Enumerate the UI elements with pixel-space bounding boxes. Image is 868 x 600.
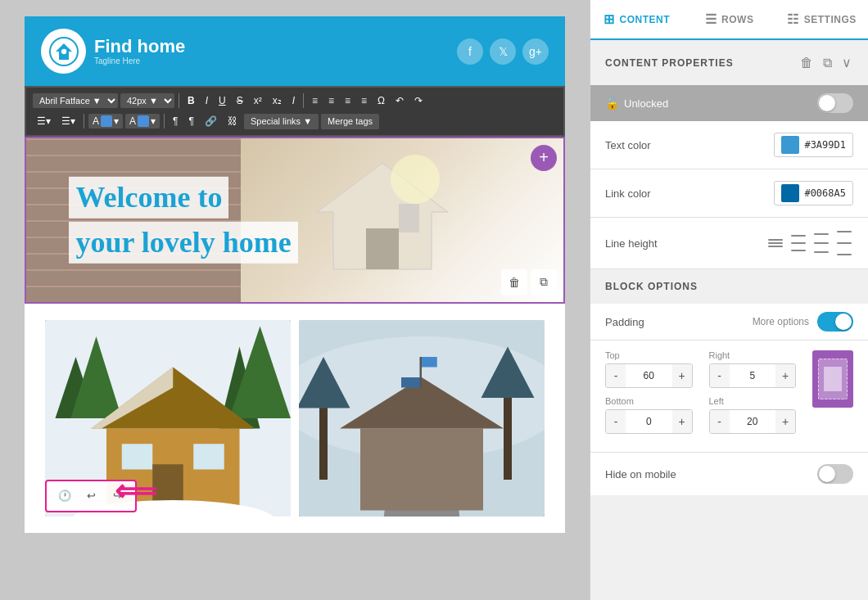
bottom-stepper: - 0 + — [605, 409, 693, 434]
align-center-btn[interactable]: ≡ — [324, 92, 338, 110]
lock-icon: 🔓 — [605, 97, 619, 110]
rows-tab-icon: ☰ — [705, 11, 717, 27]
hero-line1[interactable]: Welcome to — [69, 176, 228, 218]
unlocked-row: 🔓 Unlocked — [590, 85, 868, 121]
italic-btn[interactable]: I — [201, 92, 212, 110]
text-color-swatch — [101, 115, 112, 127]
panel-tabs: ⊞ CONTENT ☰ ROWS ☷ SETTINGS — [590, 0, 868, 40]
hero-delete-btn[interactable]: 🗑 — [501, 269, 527, 295]
hide-mobile-toggle[interactable] — [817, 464, 853, 484]
more-options-label: More options — [753, 316, 809, 327]
tagline: Tagline Here — [94, 56, 185, 65]
history-btn[interactable]: 🕐 — [55, 486, 75, 506]
paragraph-btn[interactable]: ¶ — [169, 113, 182, 130]
link-color-picker[interactable]: #0068A5 — [774, 181, 853, 205]
lh-loose-icon[interactable] — [835, 229, 853, 257]
lh-normal-icon[interactable] — [789, 233, 807, 253]
highlight-btn[interactable]: A ▾ — [125, 114, 160, 129]
tab-settings[interactable]: ☷ SETTINGS — [775, 0, 868, 38]
facebook-icon[interactable]: f — [457, 38, 483, 65]
right-increase-btn[interactable]: + — [775, 364, 795, 387]
superscript-btn[interactable]: x² — [250, 92, 266, 110]
svg-point-1 — [61, 48, 67, 55]
subscript-btn[interactable]: x₂ — [269, 92, 286, 110]
strikethrough-btn[interactable]: S — [233, 92, 247, 110]
left-decrease-btn[interactable]: - — [710, 410, 730, 433]
unlocked-label: 🔓 Unlocked — [605, 97, 668, 110]
pilcrow-btn[interactable]: ¶ — [184, 113, 197, 130]
top-stepper: - 60 + — [605, 363, 693, 388]
right-panel: ⊞ CONTENT ☰ ROWS ☷ SETTINGS CONTENT PROP… — [590, 0, 868, 600]
text-color-btn[interactable]: A ▾ — [88, 114, 123, 129]
twitter-icon[interactable]: 𝕏 — [490, 38, 516, 65]
lh-relaxed-icon[interactable] — [812, 232, 830, 255]
text-color-value: #3A99D1 — [804, 139, 846, 151]
list-ol-btn[interactable]: ☰▾ — [57, 113, 79, 130]
hero-copy-btn[interactable]: ⧉ — [531, 269, 557, 295]
logo-icon — [41, 29, 86, 74]
link-btn[interactable]: 🔗 — [201, 113, 221, 130]
redo-btn[interactable]: ↷ — [410, 92, 427, 110]
align-right-btn[interactable]: ≡ — [341, 92, 355, 110]
merge-tags-btn[interactable]: Merge tags — [321, 114, 379, 129]
list-ul-btn[interactable]: ☰▾ — [33, 113, 55, 130]
text-color-picker[interactable]: #3A99D1 — [774, 133, 853, 157]
undo-bar-btn[interactable]: ↩ — [81, 486, 101, 506]
google-plus-icon[interactable]: g+ — [522, 38, 549, 65]
unlink-btn[interactable]: ⛓ — [224, 113, 242, 130]
lh-compact-icon[interactable] — [766, 237, 784, 249]
special-links-btn[interactable]: Special links ▼ — [244, 114, 319, 129]
tab-rows[interactable]: ☰ ROWS — [683, 0, 775, 38]
align-left-btn[interactable]: ≡ — [308, 92, 322, 110]
bottom-decrease-btn[interactable]: - — [606, 410, 626, 433]
padding-preview-inner — [818, 359, 848, 399]
text-color-row: Text color #3A99D1 — [590, 121, 868, 169]
bottom-padding-group: Bottom - 0 + — [605, 396, 693, 434]
logo-text: Find home Tagline Here — [94, 37, 185, 65]
underline-btn[interactable]: U — [215, 92, 230, 110]
collapse-btn[interactable]: ∨ — [840, 53, 853, 72]
top-decrease-btn[interactable]: - — [606, 364, 626, 387]
italic2-btn[interactable]: I — [288, 92, 299, 110]
padding-toggle-row: Padding More options — [590, 304, 868, 341]
hero-add-btn[interactable]: + — [531, 145, 557, 171]
content-tab-icon: ⊞ — [604, 11, 615, 27]
svg-rect-29 — [422, 357, 437, 368]
link-color-preview — [781, 184, 799, 202]
toolbar-row-2: ☰▾ ☰▾ A ▾ A ▾ ¶ ¶ 🔗 — [33, 113, 557, 130]
top-increase-btn[interactable]: + — [672, 364, 692, 387]
link-color-label: Link color — [605, 187, 651, 200]
svg-rect-4 — [399, 204, 419, 232]
svg-rect-3 — [366, 228, 399, 269]
copy-btn[interactable]: ⧉ — [821, 53, 834, 72]
right-value: 5 — [730, 370, 776, 381]
content-properties-title: CONTENT PROPERTIES — [605, 57, 734, 69]
tab-content[interactable]: ⊞ CONTENT — [590, 0, 683, 40]
divider-2 — [303, 93, 304, 108]
section-actions: 🗑 ⧉ ∨ — [798, 53, 853, 72]
bold-btn[interactable]: B — [183, 92, 199, 110]
text-toolbar: Abril Fatface ▼ 42px ▼ B I U S x² x₂ I ≡… — [25, 86, 565, 137]
align-justify-btn[interactable]: ≡ — [357, 92, 371, 110]
delete-btn[interactable]: 🗑 — [798, 53, 815, 72]
left-increase-btn[interactable]: + — [775, 410, 795, 433]
hero-line2[interactable]: your lovely home — [69, 222, 297, 264]
images-row: 🕐 ↩ ↪ ⟸ — [25, 304, 565, 533]
right-stepper: - 5 + — [709, 363, 797, 388]
hero-actions: 🗑 ⧉ — [501, 269, 557, 295]
right-decrease-btn[interactable]: - — [710, 364, 730, 387]
bottom-increase-btn[interactable]: + — [672, 410, 692, 433]
email-container: Find home Tagline Here f 𝕏 g+ Abril Fatf… — [25, 16, 565, 533]
padding-toggle[interactable] — [817, 312, 853, 332]
symbol-btn[interactable]: Ω — [373, 92, 389, 110]
font-select[interactable]: Abril Fatface ▼ — [33, 93, 118, 108]
brand-name: Find home — [94, 37, 185, 56]
size-select[interactable]: 42px ▼ — [120, 93, 174, 108]
text-color-label: Text color — [605, 139, 651, 151]
toggle-thumb-padding — [835, 314, 852, 330]
top-label: Top — [605, 350, 693, 360]
unlocked-toggle[interactable] — [817, 93, 853, 113]
content-properties-header: CONTENT PROPERTIES 🗑 ⧉ ∨ — [590, 40, 868, 85]
property-img-2 — [299, 320, 545, 517]
undo-btn[interactable]: ↶ — [391, 92, 408, 110]
